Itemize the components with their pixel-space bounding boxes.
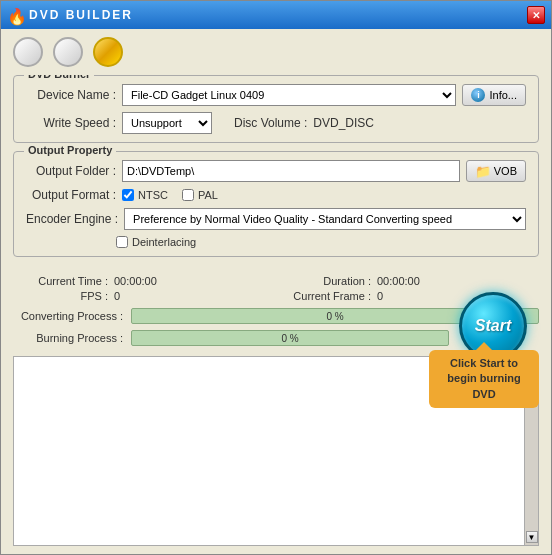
close-button[interactable]: ✕ (527, 6, 545, 24)
burning-label: Burning Process : (13, 332, 123, 344)
write-speed-row: Write Speed : Unsupport Disc Volume : DV… (26, 112, 526, 134)
device-name-label: Device Name : (26, 88, 116, 102)
write-speed-label: Write Speed : (26, 116, 116, 130)
current-time-row: Current Time : 00:00:00 (13, 275, 276, 287)
start-tooltip: Click Start to begin burning DVD (429, 350, 539, 408)
vob-button[interactable]: 📁 VOB (466, 160, 526, 182)
ntsc-label[interactable]: NTSC (122, 189, 168, 201)
burning-progress-row: Burning Process : 0 % Start (13, 330, 539, 346)
disc-volume-label: Disc Volume : (234, 116, 307, 130)
encoder-engine-label: Encoder Engine : (26, 212, 118, 226)
dvd-burner-group: DVD Burner Device Name : File-CD Gadget … (13, 75, 539, 143)
duration-value: 00:00:00 (377, 275, 420, 287)
toolbar (1, 29, 551, 75)
output-property-title: Output Property (24, 144, 116, 156)
stats-grid: Current Time : 00:00:00 Duration : 00:00… (13, 275, 539, 302)
toolbar-btn-1[interactable] (13, 37, 43, 67)
deinterlacing-row: Deinterlacing (116, 236, 526, 248)
output-folder-label: Output Folder : (26, 164, 116, 178)
pal-label[interactable]: PAL (182, 189, 218, 201)
duration-label: Duration : (276, 275, 371, 287)
folder-icon: 📁 (475, 164, 491, 179)
output-format-label: Output Format : (26, 188, 116, 202)
fps-value: 0 (114, 290, 120, 302)
device-name-select[interactable]: File-CD Gadget Linux 0409 (122, 84, 456, 106)
duration-row: Duration : 00:00:00 (276, 275, 539, 287)
title-bar-left: 🔥 DVD BUILDER (7, 7, 133, 23)
dvd-burner-title: DVD Burner (24, 75, 94, 80)
burning-progress-bar: 0 % (131, 330, 449, 346)
toolbar-btn-3[interactable] (93, 37, 123, 67)
disc-volume-value: DVD_DISC (313, 116, 374, 130)
fps-row: FPS : 0 (13, 290, 276, 302)
write-speed-select[interactable]: Unsupport (122, 112, 212, 134)
scroll-down-arrow[interactable]: ▼ (526, 531, 538, 543)
main-window: 🔥 DVD BUILDER ✕ DVD Burner Device Name :… (0, 0, 552, 555)
ntsc-checkbox[interactable] (122, 189, 134, 201)
current-time-value: 00:00:00 (114, 275, 157, 287)
format-checkboxes: NTSC PAL (122, 189, 218, 201)
output-property-group: Output Property Output Folder : 📁 VOB Ou… (13, 151, 539, 257)
converting-label: Converting Process : (13, 310, 123, 322)
output-folder-row: Output Folder : 📁 VOB (26, 160, 526, 182)
pal-checkbox[interactable] (182, 189, 194, 201)
output-format-row: Output Format : NTSC PAL (26, 188, 526, 202)
encoder-select[interactable]: Preference by Normal Video Quality - Sta… (124, 208, 526, 230)
info-button[interactable]: i Info... (462, 84, 526, 106)
encoder-engine-row: Encoder Engine : Preference by Normal Vi… (26, 208, 526, 230)
content-area: DVD Burner Device Name : File-CD Gadget … (1, 75, 551, 271)
title-bar: 🔥 DVD BUILDER ✕ (1, 1, 551, 29)
burning-progress-text: 0 % (132, 331, 448, 345)
toolbar-btn-2[interactable] (53, 37, 83, 67)
fps-label: FPS : (13, 290, 108, 302)
window-title: DVD BUILDER (29, 8, 133, 22)
info-icon: i (471, 88, 485, 102)
output-folder-input[interactable] (122, 160, 460, 182)
current-time-label: Current Time : (13, 275, 108, 287)
progress-section: Converting Process : 0 % Burning Process… (1, 308, 551, 352)
deinterlacing-checkbox[interactable] (116, 236, 128, 248)
current-frame-value: 0 (377, 290, 383, 302)
device-name-row: Device Name : File-CD Gadget Linux 0409 … (26, 84, 526, 106)
current-frame-label: Current Frame : (276, 290, 371, 302)
flame-icon: 🔥 (7, 7, 23, 23)
